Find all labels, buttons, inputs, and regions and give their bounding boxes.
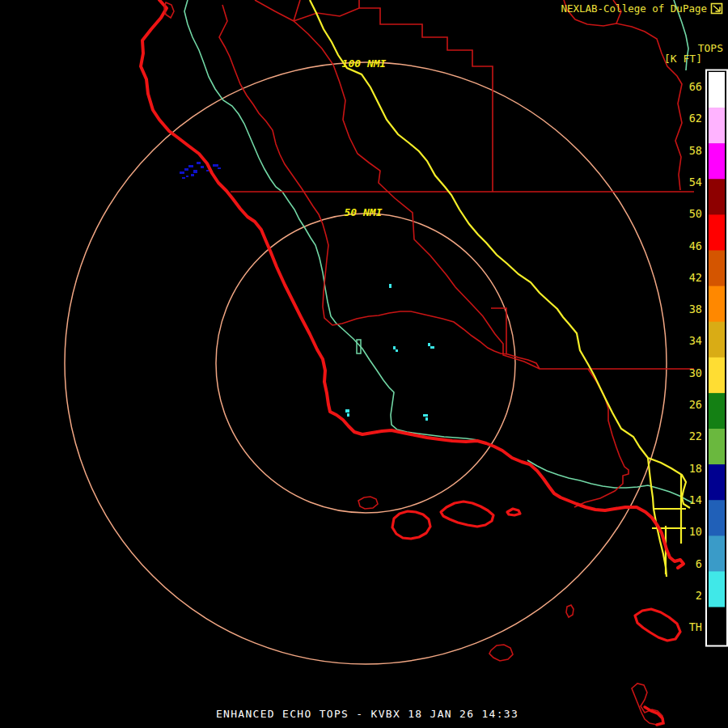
island-outline-thin (489, 645, 513, 661)
echo-tops-colorbar: 66625854504642383430262218141062TH (689, 70, 727, 646)
colorbar-tick-label: TH (689, 620, 702, 633)
colorbar-tick-label: 50 (689, 207, 702, 220)
radar-echo (347, 413, 349, 417)
colorbar-block (709, 358, 725, 394)
product-caption: ENHANCED ECHO TOPS - KVBX 18 JAN 26 14:3… (216, 708, 518, 720)
colorbar-block (709, 571, 725, 607)
colorbar-block (709, 607, 725, 644)
county-border-line (359, 0, 493, 192)
radar-echo (425, 417, 428, 421)
colorbar-tick-label: 10 (689, 525, 702, 538)
colorbar-block (709, 393, 725, 430)
map-layers (65, 0, 694, 725)
colorbar-tick-label: 46 (689, 239, 702, 252)
colorbar-tick-label: 62 (689, 112, 702, 125)
radar-echo-weak (201, 166, 204, 168)
island-outline-thin (566, 605, 574, 617)
highway-line (648, 458, 690, 508)
colorbar-block (709, 143, 725, 180)
colorbar-block (709, 251, 725, 287)
colorbar-tick-label: 34 (689, 334, 702, 347)
radar-map-canvas: 66625854504642383430262218141062TH NEXLA… (0, 0, 728, 728)
colorbar-tick-label: 42 (689, 271, 702, 284)
county-border-line (564, 0, 682, 190)
radar-echo-weak (188, 165, 193, 167)
range-ring-label-50nmi: 50 NMI (345, 206, 383, 218)
radar-echo (389, 284, 392, 288)
colorbar-block (709, 108, 725, 144)
radar-display: 66625854504642383430262218141062TH NEXLA… (0, 0, 728, 728)
radar-echo (393, 346, 396, 349)
green-boundary-line (184, 0, 478, 440)
island-outline-thin (632, 684, 663, 725)
island-outline-thick (635, 609, 680, 641)
coastline (141, 0, 684, 568)
small-lake-outline (357, 340, 361, 353)
colorbar-tick-label: 38 (689, 303, 702, 315)
radar-echo (428, 343, 430, 346)
colorbar-block (709, 286, 725, 323)
island-outline-thick (392, 511, 430, 539)
colorbar-tick-label: 6 (696, 557, 702, 570)
island-outline-thin (358, 497, 378, 509)
colorbar-block (709, 535, 725, 572)
radar-echo (345, 409, 349, 413)
colorbar-tick-label: 58 (689, 144, 702, 157)
range-ring-label-100nmi: 100 NMI (342, 57, 387, 70)
colorbar-block (709, 322, 725, 358)
colorbar-block (709, 179, 725, 215)
colorbar-units: [K FT] (664, 53, 702, 65)
colorbar-block (709, 214, 725, 251)
radar-echo-weak (191, 174, 194, 176)
radar-echo-weak (213, 164, 218, 167)
radar-echo (396, 349, 398, 352)
external-link-icon[interactable] (712, 4, 722, 14)
county-border-line (294, 0, 300, 21)
radar-echo-weak (206, 170, 209, 171)
island-outline-thick (441, 502, 493, 527)
radar-echo-weak (184, 168, 188, 171)
colorbar-tick-label: 2 (696, 589, 702, 602)
range-ring-50nmi (216, 214, 515, 513)
radar-echo-weak (197, 162, 201, 164)
colorbar-tick-label: 18 (689, 462, 702, 475)
colorbar-tick-label: 14 (689, 493, 702, 506)
range-ring-100nmi (65, 62, 667, 664)
colorbar-block (709, 500, 725, 536)
county-border-line (255, 0, 694, 369)
island-outline-thick (507, 509, 520, 515)
colorbar-tick-label: 22 (689, 430, 702, 442)
colorbar-block (709, 429, 725, 465)
colorbar-tick-label: 54 (689, 176, 702, 188)
radar-echo-weak (193, 170, 197, 173)
colorbar-tick-label: 30 (689, 366, 702, 379)
county-border-line (294, 8, 359, 21)
radar-echo-weak (186, 176, 188, 177)
colorbar-block (709, 72, 725, 108)
radar-echo (430, 346, 434, 349)
radar-echo-weak (218, 167, 221, 169)
site-attribution-title: NEXLAB-College of DuPage (561, 2, 707, 15)
colorbar-tick-label: 66 (689, 80, 702, 93)
colorbar-block (709, 464, 725, 501)
radar-echo (423, 414, 428, 417)
radar-echo-weak (180, 171, 184, 174)
colorbar-tick-label: 26 (689, 398, 702, 411)
radar-echo-weak (182, 177, 185, 179)
